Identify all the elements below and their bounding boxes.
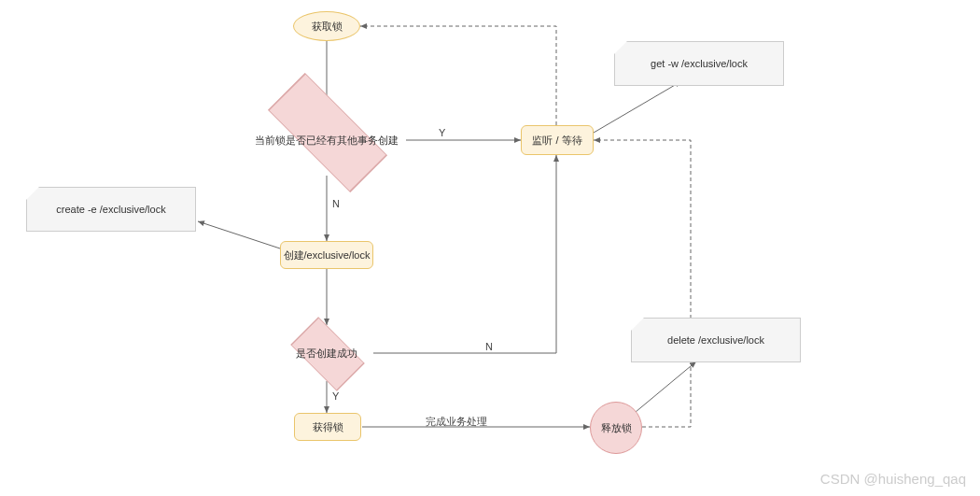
- node-release-label: 释放锁: [601, 421, 632, 435]
- node-start: 获取锁: [293, 11, 360, 41]
- note-delete: delete /exclusive/lock: [631, 318, 801, 362]
- svg-line-7: [594, 81, 681, 133]
- note-get: get -w /exclusive/lock: [614, 41, 784, 86]
- note-create-text: create -e /exclusive/lock: [56, 204, 165, 215]
- flowchart-canvas: 获取锁 当前锁是否已经有其他事务创建 监听 / 等待 创建/exclusive/…: [0, 0, 980, 496]
- node-create-label: 创建/exclusive/lock: [284, 248, 371, 262]
- svg-line-8: [636, 361, 696, 412]
- node-got: 获得锁: [294, 413, 361, 441]
- edge-label-n2: N: [485, 341, 493, 352]
- node-check-ok-label: 是否创建成功: [296, 347, 357, 361]
- node-listen: 监听 / 等待: [521, 125, 594, 155]
- node-check-exists-label: 当前锁是否已经有其他事务创建: [255, 134, 399, 148]
- node-check-exists: 当前锁是否已经有其他事务创建: [247, 105, 406, 176]
- node-create: 创建/exclusive/lock: [280, 241, 373, 269]
- note-delete-text: delete /exclusive/lock: [667, 334, 764, 346]
- note-create: create -e /exclusive/lock: [26, 187, 196, 232]
- edge-layer: [0, 0, 980, 496]
- edge-label-done: 完成业务处理: [426, 415, 487, 429]
- node-start-label: 获取锁: [312, 20, 343, 34]
- node-listen-label: 监听 / 等待: [532, 134, 581, 148]
- edge-label-y2: Y: [332, 390, 339, 402]
- edge-label-y1: Y: [439, 127, 445, 138]
- node-got-label: 获得锁: [313, 420, 343, 434]
- edge-label-n1: N: [332, 198, 340, 209]
- watermark: CSDN @huisheng_qaq: [820, 471, 966, 487]
- node-release: 释放锁: [590, 402, 642, 454]
- note-get-text: get -w /exclusive/lock: [651, 58, 748, 69]
- node-check-ok: 是否创建成功: [280, 325, 373, 381]
- svg-line-6: [198, 221, 280, 248]
